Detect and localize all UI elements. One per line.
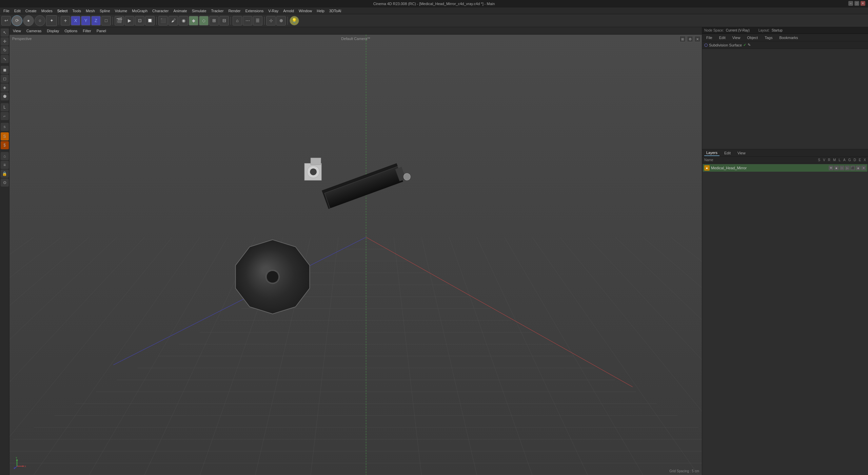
- sidebar-orange2[interactable]: $: [1, 141, 9, 149]
- sidebar-rotate[interactable]: ↻: [1, 46, 9, 54]
- view-5[interactable]: ⌂: [233, 16, 242, 25]
- layer-c3[interactable]: ◈: [856, 166, 861, 170]
- view-sculpt[interactable]: ◉: [179, 16, 188, 25]
- view-anim[interactable]: ⊞: [209, 16, 219, 25]
- render-region[interactable]: ⊡: [135, 16, 144, 25]
- menu-simulate[interactable]: Simulate: [190, 8, 209, 13]
- menu-extensions[interactable]: Extensions: [243, 8, 265, 13]
- viewport-menu-cameras[interactable]: Cameras: [25, 28, 43, 33]
- grid-snap[interactable]: ⊹: [266, 16, 276, 25]
- panel-tab-tags[interactable]: Tags: [763, 35, 774, 40]
- sidebar-lock[interactable]: 🔒: [1, 170, 9, 178]
- menu-select[interactable]: Select: [55, 8, 70, 13]
- minimize-button[interactable]: −: [848, 1, 853, 6]
- viewport-menu-view[interactable]: View: [12, 28, 22, 33]
- obj-edit-icon[interactable]: ✎: [748, 43, 751, 47]
- sidebar-move[interactable]: ✛: [1, 37, 9, 45]
- menu-render[interactable]: Render: [226, 8, 242, 13]
- panel-tab-edit[interactable]: Edit: [717, 35, 728, 40]
- sidebar-target[interactable]: ⊙: [1, 178, 9, 187]
- menu-create[interactable]: Create: [23, 8, 39, 13]
- tool-3[interactable]: ○: [35, 15, 45, 26]
- node-space-bar: Node Space: Current (V-Ray) Layout: Star…: [702, 27, 868, 34]
- layer-c4[interactable]: ✕: [861, 166, 866, 170]
- menu-file[interactable]: File: [1, 8, 12, 13]
- sidebar-tool4[interactable]: ⬟: [1, 92, 9, 100]
- layers-tab-edit[interactable]: Edit: [722, 150, 733, 156]
- maximize-button[interactable]: □: [854, 1, 859, 6]
- menu-tracker[interactable]: Tracker: [209, 8, 226, 13]
- menu-spline[interactable]: Spline: [98, 8, 112, 13]
- panel-tab-object[interactable]: Object: [745, 35, 760, 40]
- menu-character[interactable]: Character: [150, 8, 171, 13]
- sidebar-s2[interactable]: ⌂: [1, 152, 9, 160]
- viewport-maximize[interactable]: ⊞: [679, 36, 686, 42]
- undo-button[interactable]: ↩: [1, 16, 11, 25]
- view-obj[interactable]: ◆: [189, 16, 198, 25]
- menu-mesh[interactable]: Mesh: [84, 8, 97, 13]
- sidebar-cursor[interactable]: ↖: [1, 28, 9, 37]
- viewport-menu-filter[interactable]: Filter: [81, 28, 92, 33]
- tool-y[interactable]: Y: [81, 16, 91, 25]
- render-film[interactable]: 🎬: [115, 16, 124, 25]
- menu-tools[interactable]: Tools: [70, 8, 83, 13]
- menu-help[interactable]: Help: [315, 8, 327, 13]
- sidebar-scale[interactable]: ⤡: [1, 55, 9, 63]
- layer-lock[interactable]: □: [840, 166, 844, 170]
- move-tool[interactable]: ⟳: [12, 15, 22, 26]
- layout-label: Layout:: [758, 28, 770, 32]
- menu-vray[interactable]: V-Ray: [266, 8, 280, 13]
- tool-square[interactable]: □: [101, 16, 111, 25]
- panel-tab-bookmarks[interactable]: Bookmarks: [777, 35, 800, 40]
- view-6[interactable]: ⋯: [243, 16, 252, 25]
- tool-plus[interactable]: +: [61, 16, 70, 25]
- close-button[interactable]: ✕: [861, 1, 865, 6]
- tool-x[interactable]: X: [71, 16, 80, 25]
- render-btn[interactable]: ▶: [125, 16, 134, 25]
- sidebar-tool3[interactable]: ◈: [1, 83, 9, 92]
- layer-c2[interactable]: ⬛: [850, 166, 855, 170]
- view-3d[interactable]: ⬛: [158, 16, 168, 25]
- menu-modes[interactable]: Modes: [39, 8, 55, 13]
- viewport[interactable]: Perspective Default Camera** ⊞ ⚙ ✕ Grid …: [9, 35, 702, 475]
- menu-arnold[interactable]: Arnold: [281, 8, 296, 13]
- menu-window[interactable]: Window: [297, 8, 314, 13]
- layer-c1[interactable]: ▷: [845, 166, 850, 170]
- menu-edit[interactable]: Edit: [12, 8, 23, 13]
- sidebar-tool6[interactable]: ⌐: [1, 112, 9, 120]
- tool-4[interactable]: ✦: [46, 15, 57, 26]
- sidebar-s1[interactable]: S: [1, 123, 9, 131]
- viewport-menu-options[interactable]: Options: [63, 28, 79, 33]
- render-view[interactable]: 🔲: [145, 16, 155, 25]
- layer-eye[interactable]: 👁: [829, 166, 833, 170]
- menu-3dtoai[interactable]: 3DToAl: [327, 8, 343, 13]
- menu-animate[interactable]: Animate: [171, 8, 189, 13]
- menu-mograph[interactable]: MoGraph: [130, 8, 150, 13]
- viewport-settings[interactable]: ⚙: [687, 36, 693, 42]
- col-d: D: [853, 158, 856, 162]
- panel-tab-view[interactable]: View: [730, 35, 743, 40]
- layers-tab-view[interactable]: View: [735, 150, 748, 156]
- viewport-menu-display[interactable]: Display: [45, 28, 60, 33]
- sidebar-tool5[interactable]: L: [1, 103, 9, 111]
- magnet[interactable]: ⊕: [276, 16, 286, 25]
- tool-z[interactable]: Z: [91, 16, 101, 25]
- layers-tab-layers[interactable]: Layers: [704, 150, 719, 156]
- light-btn[interactable]: 💡: [290, 16, 299, 25]
- menu-volume[interactable]: Volume: [113, 8, 130, 13]
- view-obj2[interactable]: ◇: [199, 16, 209, 25]
- view-anim2[interactable]: ⊟: [219, 16, 229, 25]
- viewport-close[interactable]: ✕: [694, 36, 701, 42]
- view-paint[interactable]: 🖌: [169, 16, 178, 25]
- sidebar-tool2[interactable]: ◻: [1, 75, 9, 83]
- sidebar-stack[interactable]: ≡: [1, 161, 9, 169]
- panel-tab-file[interactable]: File: [704, 35, 714, 40]
- viewport-menu-panel[interactable]: Panel: [95, 28, 107, 33]
- list-item[interactable]: ■ Medical_Head_Mirror 👁 ■ □ ▷ ⬛ ◈ ✕: [703, 164, 867, 172]
- col-v: V: [823, 158, 825, 162]
- view-7[interactable]: ☰: [253, 16, 262, 25]
- layer-render[interactable]: ■: [834, 166, 839, 170]
- sidebar-orange1[interactable]: S: [1, 132, 9, 140]
- sidebar-tool1[interactable]: ◼: [1, 66, 9, 74]
- tool-2[interactable]: ●: [23, 15, 34, 26]
